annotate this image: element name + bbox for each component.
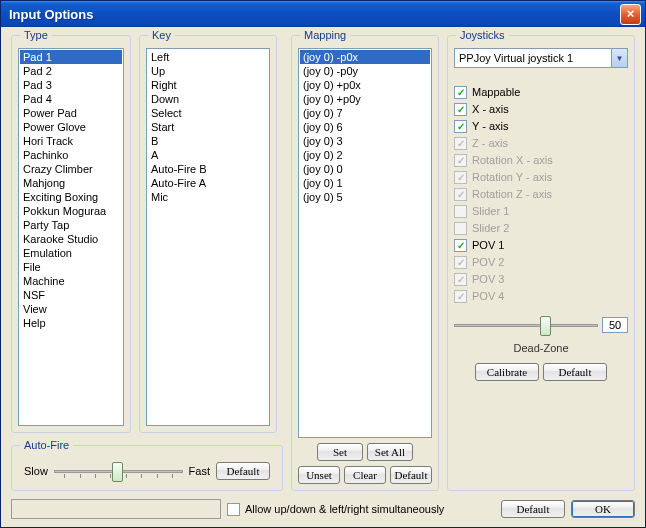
list-item[interactable]: View — [20, 302, 122, 316]
checkbox-label: Slider 2 — [472, 220, 509, 237]
list-item[interactable]: Pad 2 — [20, 64, 122, 78]
list-item[interactable]: Pachinko — [20, 148, 122, 162]
joystick-check: ✓Z - axis — [454, 135, 628, 152]
checkbox-icon: ✓ — [454, 137, 467, 150]
list-item[interactable]: (joy 0) +p0x — [300, 78, 430, 92]
calibrate-button[interactable]: Calibrate — [475, 363, 539, 381]
joystick-select[interactable]: PPJoy Virtual joystick 1 ▼ — [454, 48, 628, 68]
list-item[interactable]: (joy 0) 7 — [300, 106, 430, 120]
list-item[interactable]: NSF — [20, 288, 122, 302]
list-item[interactable]: Up — [148, 64, 268, 78]
autofire-legend: Auto-Fire — [20, 439, 73, 451]
clear-button[interactable]: Clear — [344, 466, 386, 484]
deadzone-value[interactable]: 50 — [602, 317, 628, 333]
list-item[interactable]: Right — [148, 78, 268, 92]
list-item[interactable]: (joy 0) 1 — [300, 176, 430, 190]
list-item[interactable]: Mahjong — [20, 176, 122, 190]
list-item[interactable]: Machine — [20, 274, 122, 288]
bottom-default-button[interactable]: Default — [501, 500, 565, 518]
joystick-check: ✓Rotation Z - axis — [454, 186, 628, 203]
list-item[interactable]: Pad 1 — [20, 50, 122, 64]
checkbox-icon: ✓ — [454, 256, 467, 269]
list-item[interactable]: Pad 3 — [20, 78, 122, 92]
checkbox-icon: ✓ — [454, 188, 467, 201]
list-item[interactable]: Hori Track — [20, 134, 122, 148]
list-item[interactable]: Power Glove — [20, 120, 122, 134]
checkbox-icon: ✓ — [454, 273, 467, 286]
autofire-fast-label: Fast — [189, 465, 210, 477]
setall-button[interactable]: Set All — [367, 443, 413, 461]
checkbox-icon: ✓ — [454, 154, 467, 167]
joystick-check[interactable]: ✓Mappable — [454, 84, 628, 101]
ok-button[interactable]: OK — [571, 500, 635, 518]
list-item[interactable]: Help — [20, 316, 122, 330]
type-group: Type Pad 1Pad 2Pad 3Pad 4Power PadPower … — [11, 35, 131, 433]
checkbox-icon: ✓ — [454, 120, 467, 133]
checkbox-label: Rotation X - axis — [472, 152, 553, 169]
checkbox-icon: ✓ — [454, 239, 467, 252]
list-item[interactable]: (joy 0) +p0y — [300, 92, 430, 106]
list-item[interactable]: (joy 0) 2 — [300, 148, 430, 162]
list-item[interactable]: Exciting Boxing — [20, 190, 122, 204]
list-item[interactable]: File — [20, 260, 122, 274]
checkbox-icon: ✓ — [454, 103, 467, 116]
list-item[interactable]: Auto-Fire B — [148, 162, 268, 176]
unset-button[interactable]: Unset — [298, 466, 340, 484]
joystick-check[interactable]: ✓Y - axis — [454, 118, 628, 135]
list-item[interactable]: Power Pad — [20, 106, 122, 120]
joystick-check: ✓POV 4 — [454, 288, 628, 305]
checkbox-icon: ✓ — [454, 171, 467, 184]
joysticks-default-button[interactable]: Default — [543, 363, 607, 381]
list-item[interactable]: Pokkun Moguraa — [20, 204, 122, 218]
joystick-select-value: PPJoy Virtual joystick 1 — [455, 52, 611, 64]
list-item[interactable]: (joy 0) 5 — [300, 190, 430, 204]
allow-simul-checkbox[interactable]: Allow up/down & left/right simultaneousl… — [227, 501, 444, 518]
list-item[interactable]: Start — [148, 120, 268, 134]
checkbox-label: X - axis — [472, 101, 509, 118]
mapping-listbox[interactable]: (joy 0) -p0x(joy 0) -p0y(joy 0) +p0x(joy… — [298, 48, 432, 438]
checkbox-label: Slider 1 — [472, 203, 509, 220]
mapping-default-button[interactable]: Default — [390, 466, 432, 484]
list-item[interactable]: Karaoke Studio — [20, 232, 122, 246]
titlebar: Input Options × — [1, 1, 645, 27]
list-item[interactable]: A — [148, 148, 268, 162]
joystick-check[interactable]: ✓POV 1 — [454, 237, 628, 254]
joysticks-group: Joysticks PPJoy Virtual joystick 1 ▼ ✓Ma… — [447, 35, 635, 491]
list-item[interactable]: B — [148, 134, 268, 148]
mapping-legend: Mapping — [300, 29, 350, 41]
window-title: Input Options — [9, 7, 620, 22]
joystick-check[interactable]: ✓X - axis — [454, 101, 628, 118]
list-item[interactable]: Select — [148, 106, 268, 120]
list-item[interactable]: (joy 0) 3 — [300, 134, 430, 148]
joystick-check: ✓Rotation X - axis — [454, 152, 628, 169]
list-item[interactable]: Down — [148, 92, 268, 106]
list-item[interactable]: Left — [148, 50, 268, 64]
joystick-check: ✓POV 3 — [454, 271, 628, 288]
mapping-group: Mapping (joy 0) -p0x(joy 0) -p0y(joy 0) … — [291, 35, 439, 491]
list-item[interactable]: Emulation — [20, 246, 122, 260]
checkbox-label: POV 1 — [472, 237, 504, 254]
joystick-check: ✓POV 2 — [454, 254, 628, 271]
list-item[interactable]: Auto-Fire A — [148, 176, 268, 190]
key-listbox[interactable]: LeftUpRightDownSelectStartBAAuto-Fire BA… — [146, 48, 270, 426]
status-box — [11, 499, 221, 519]
autofire-group: Auto-Fire Slow Fast Default — [11, 445, 283, 491]
set-button[interactable]: Set — [317, 443, 363, 461]
type-listbox[interactable]: Pad 1Pad 2Pad 3Pad 4Power PadPower Glove… — [18, 48, 124, 426]
list-item[interactable]: Crazy Climber — [20, 162, 122, 176]
list-item[interactable]: (joy 0) -p0x — [300, 50, 430, 64]
autofire-slider[interactable] — [54, 460, 183, 482]
joysticks-legend: Joysticks — [456, 29, 509, 41]
list-item[interactable]: Pad 4 — [20, 92, 122, 106]
close-button[interactable]: × — [620, 4, 641, 25]
key-group: Key LeftUpRightDownSelectStartBAAuto-Fir… — [139, 35, 277, 433]
list-item[interactable]: Party Tap — [20, 218, 122, 232]
list-item[interactable]: (joy 0) -p0y — [300, 64, 430, 78]
list-item[interactable]: (joy 0) 6 — [300, 120, 430, 134]
type-legend: Type — [20, 29, 52, 41]
autofire-default-button[interactable]: Default — [216, 462, 270, 480]
list-item[interactable]: (joy 0) 0 — [300, 162, 430, 176]
deadzone-slider[interactable] — [454, 314, 598, 336]
list-item[interactable]: Mic — [148, 190, 268, 204]
bottom-bar: Allow up/down & left/right simultaneousl… — [11, 499, 635, 519]
